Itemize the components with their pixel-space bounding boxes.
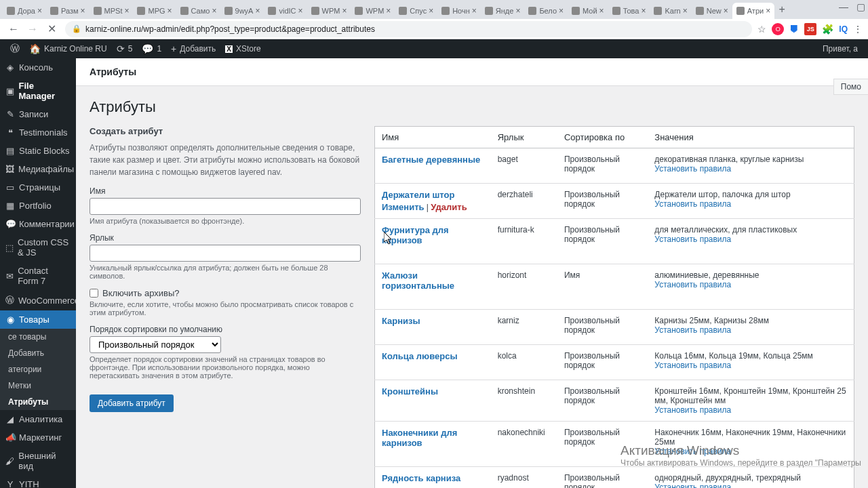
greeting-link[interactable]: Привет, a — [818, 39, 863, 58]
browser-tab[interactable]: Бело× — [524, 3, 568, 19]
site-link[interactable]: 🏠Karniz Online RU — [24, 39, 112, 58]
menu-item[interactable]: ✎Записи — [0, 105, 76, 123]
browser-tab[interactable]: Това× — [608, 3, 650, 19]
browser-tab[interactable]: 9wyA× — [220, 3, 264, 19]
browser-tab[interactable]: vidIC× — [264, 3, 307, 19]
tab-close-icon[interactable]: × — [81, 6, 85, 16]
back-button[interactable]: ← — [5, 21, 22, 37]
browser-tab[interactable]: Karn× — [650, 3, 691, 19]
new-tab-button[interactable]: + — [774, 2, 789, 17]
archive-checkbox[interactable] — [90, 289, 98, 298]
browser-tab[interactable]: Разм× — [46, 3, 90, 19]
tab-close-icon[interactable]: × — [342, 6, 347, 16]
opera-ext-icon[interactable]: O — [772, 23, 784, 35]
attr-name-link[interactable]: Кольца люверсы — [382, 351, 457, 361]
menu-item[interactable]: ▤Static Blocks — [0, 142, 76, 160]
menu-item[interactable]: ▭Страницы — [0, 178, 76, 197]
rules-link[interactable]: Установить правила — [654, 447, 731, 456]
menu-item[interactable]: ◢Аналитика — [0, 410, 76, 428]
menu-item[interactable]: YYITH — [0, 475, 76, 488]
rules-link[interactable]: Установить правила — [654, 199, 731, 209]
tab-close-icon[interactable]: × — [298, 6, 303, 16]
menu-item[interactable]: 📣Маркетинг — [0, 428, 76, 447]
wp-logo[interactable]: Ⓦ — [5, 39, 24, 58]
updates-link[interactable]: ⟳5 — [112, 39, 138, 58]
tab-close-icon[interactable]: × — [559, 6, 564, 16]
menu-item[interactable]: 💬Комментарии1 — [0, 215, 76, 233]
rules-link[interactable]: Установить правила — [654, 280, 731, 289]
browser-tab[interactable]: Дора× — [3, 3, 46, 19]
tab-close-icon[interactable]: × — [683, 6, 688, 16]
attr-name-link[interactable]: Фурнитура для карнизов — [382, 225, 449, 245]
browser-tab[interactable]: New× — [692, 3, 732, 19]
tab-close-icon[interactable]: × — [641, 6, 646, 16]
attr-name-link[interactable]: Карнизы — [382, 316, 420, 326]
menu-item[interactable]: ⬚Custom CSS & JS — [0, 233, 76, 262]
edit-link[interactable]: Изменить — [382, 202, 425, 212]
shield-icon[interactable]: ⛊ — [789, 24, 799, 35]
name-input[interactable] — [90, 198, 361, 215]
tab-close-icon[interactable]: × — [472, 6, 477, 16]
browser-tab[interactable]: WPM× — [307, 3, 351, 19]
tab-close-icon[interactable]: × — [429, 6, 433, 16]
rules-link[interactable]: Установить правила — [654, 361, 731, 370]
tab-close-icon[interactable]: × — [124, 6, 129, 16]
submenu-item[interactable]: се товары — [0, 329, 76, 345]
tab-close-icon[interactable]: × — [724, 6, 728, 16]
attr-name-link[interactable]: Багетные деревянные — [382, 155, 480, 165]
menu-item[interactable]: ⓌWooCommerce — [0, 290, 76, 310]
puzzle-icon[interactable]: 🧩 — [822, 24, 833, 35]
tab-close-icon[interactable]: × — [515, 6, 520, 16]
th-values[interactable]: Значения — [648, 127, 854, 148]
tab-close-icon[interactable]: × — [167, 6, 172, 16]
rules-link[interactable]: Установить правила — [654, 164, 731, 174]
attr-name-link[interactable]: Жалюзи горизонтальные — [382, 270, 454, 291]
rules-link[interactable]: Установить правила — [654, 325, 731, 335]
delete-link[interactable]: Удалить — [431, 202, 467, 212]
menu-item[interactable]: ◈Консоль — [0, 58, 76, 77]
attr-name-link[interactable]: Кронштейны — [382, 386, 438, 396]
tab-close-icon[interactable]: × — [212, 6, 216, 16]
rules-link[interactable]: Установить правила — [654, 483, 731, 488]
menu-item[interactable]: ▦Portfolio — [0, 197, 76, 215]
xstore-link[interactable]: XXStore — [220, 39, 265, 58]
browser-tab[interactable]: WPM× — [351, 3, 395, 19]
slug-input[interactable] — [90, 245, 361, 262]
rules-link[interactable]: Установить правила — [654, 405, 731, 415]
menu-item[interactable]: ✉Contact Form 7 — [0, 262, 76, 290]
attr-name-link[interactable]: Наконечники для карнизов — [382, 428, 457, 448]
th-sort[interactable]: Сортировка по — [557, 127, 648, 148]
tab-close-icon[interactable]: × — [599, 6, 604, 16]
submenu-item[interactable]: Атрибуты — [0, 394, 76, 410]
submit-button[interactable]: Добавить атрибут — [90, 394, 174, 412]
window-minimize[interactable]: — — [839, 1, 848, 12]
browser-tab[interactable]: Атри× — [732, 3, 774, 19]
attr-name-link[interactable]: Держатели штор — [382, 190, 454, 200]
help-tab[interactable]: Помо — [833, 79, 868, 95]
tab-close-icon[interactable]: × — [37, 6, 42, 16]
th-name[interactable]: Имя — [375, 127, 491, 148]
star-icon[interactable]: ☆ — [757, 24, 766, 35]
menu-item[interactable]: ◉Товары — [0, 310, 76, 329]
browser-tab[interactable]: Спус× — [395, 3, 437, 19]
tab-close-icon[interactable]: × — [255, 6, 260, 16]
menu-item[interactable]: 🖾Медиафайлы — [0, 160, 76, 178]
menu-item[interactable]: ❝Testimonials — [0, 123, 76, 142]
menu-icon[interactable]: ⋮ — [853, 24, 863, 35]
tab-close-icon[interactable]: × — [386, 6, 391, 16]
menu-item[interactable]: 🖌Внешний вид — [0, 447, 76, 475]
iq-icon[interactable]: IQ — [839, 24, 848, 34]
sort-select[interactable]: Произвольный порядок — [90, 336, 221, 353]
window-maximize[interactable]: ▢ — [856, 1, 865, 12]
rules-link[interactable]: Установить правила — [654, 235, 731, 244]
attr-name-link[interactable]: Рядность карниза — [382, 473, 460, 483]
submenu-item[interactable]: Добавить — [0, 345, 76, 361]
submenu-item[interactable]: атегории — [0, 361, 76, 378]
stop-button[interactable]: ✕ — [43, 21, 60, 37]
add-new-link[interactable]: +Добавить — [166, 39, 220, 58]
browser-tab[interactable]: Ночн× — [437, 3, 481, 19]
th-slug[interactable]: Ярлык — [491, 127, 557, 148]
url-field[interactable]: 🔒 karniz-online.ru/wp-admin/edit.php?pos… — [65, 21, 752, 37]
browser-tab[interactable]: Само× — [176, 3, 220, 19]
menu-item[interactable]: ▣File Manager — [0, 77, 76, 105]
